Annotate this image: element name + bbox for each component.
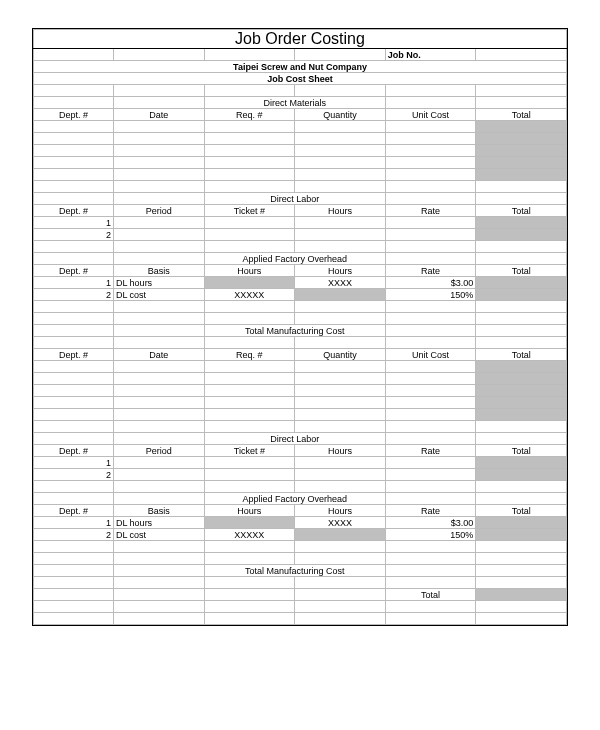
table-row[interactable]: 2 DL cost XXXXX 150% (34, 289, 567, 301)
job-cost-sheet: Job Order Costing Job No. Taipei Screw a… (32, 28, 568, 626)
total-mfg-cost-2: Total Manufacturing Cost (204, 565, 385, 577)
grand-total-label: Total (385, 589, 476, 601)
table-row[interactable]: 1 DL hours XXXX $3.00 (34, 517, 567, 529)
total-mfg-cost: Total Manufacturing Cost (204, 325, 385, 337)
table-row[interactable] (34, 397, 567, 409)
job-no-value[interactable] (476, 49, 567, 61)
table-row[interactable] (34, 145, 567, 157)
sheet-name: Job Cost Sheet (34, 73, 567, 85)
oh-headers: Dept. # Basis Hours Hours Rate Total (34, 265, 567, 277)
table-row[interactable] (34, 409, 567, 421)
section-overhead-2: Applied Factory Overhead (204, 493, 385, 505)
table-row[interactable] (34, 361, 567, 373)
table-row[interactable] (34, 157, 567, 169)
grand-total-value (476, 589, 567, 601)
section-direct-labor: Direct Labor (204, 193, 385, 205)
table-row[interactable]: 1 (34, 457, 567, 469)
company-name: Taipei Screw and Nut Company (34, 61, 567, 73)
table-row[interactable]: 2 (34, 469, 567, 481)
table-row[interactable] (34, 385, 567, 397)
table-row[interactable]: 2 (34, 229, 567, 241)
section-direct-materials: Direct Materials (204, 97, 385, 109)
table-row[interactable] (34, 133, 567, 145)
table-row[interactable] (34, 373, 567, 385)
section-direct-labor-2: Direct Labor (204, 433, 385, 445)
dm2-headers: Dept. # Date Req. # Quantity Unit Cost T… (34, 349, 567, 361)
table-row[interactable]: 1 DL hours XXXX $3.00 (34, 277, 567, 289)
dl-headers: Dept. # Period Ticket # Hours Rate Total (34, 205, 567, 217)
table-row[interactable] (34, 121, 567, 133)
dl2-headers: Dept. # Period Ticket # Hours Rate Total (34, 445, 567, 457)
table-row[interactable] (34, 169, 567, 181)
table-row[interactable]: 1 (34, 217, 567, 229)
job-no-label: Job No. (385, 49, 476, 61)
table-row[interactable]: 2 DL cost XXXXX 150% (34, 529, 567, 541)
page-title: Job Order Costing (34, 30, 567, 49)
oh2-headers: Dept. # Basis Hours Hours Rate Total (34, 505, 567, 517)
dm-headers: Dept. # Date Req. # Quantity Unit Cost T… (34, 109, 567, 121)
costing-table: Job Order Costing Job No. Taipei Screw a… (33, 29, 567, 625)
section-overhead: Applied Factory Overhead (204, 253, 385, 265)
